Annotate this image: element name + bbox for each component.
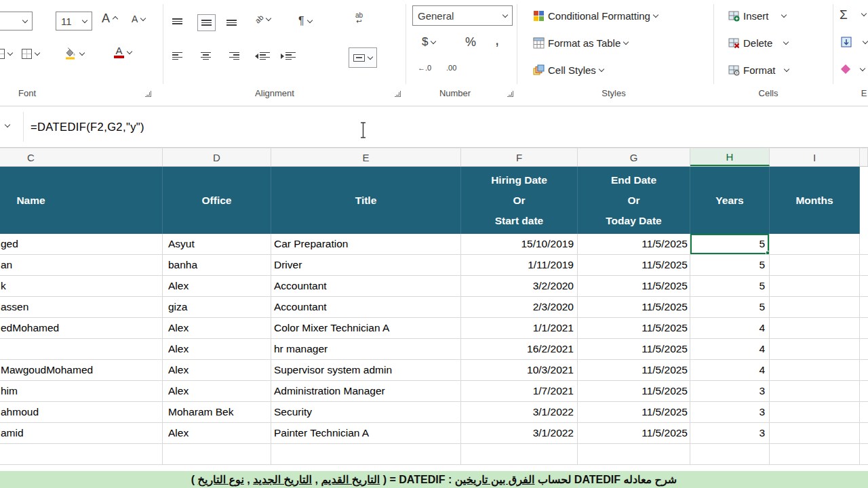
alignment-dialog-launcher[interactable] [395, 91, 401, 97]
cell-E8[interactable]: Supervisor system admin [271, 360, 461, 381]
cell-F12[interactable] [461, 444, 578, 465]
cell-G11[interactable]: 11/5/2025 [578, 423, 690, 444]
cell-H12[interactable] [690, 444, 770, 465]
column-header-H[interactable]: H [690, 148, 770, 166]
cell-F3[interactable]: 1/11/2019 [461, 255, 578, 276]
cell-H6[interactable]: 4 [690, 318, 770, 339]
cell-C9[interactable]: him [0, 381, 163, 402]
cell-D8[interactable]: Alex [163, 360, 271, 381]
cell-styles-button[interactable]: Cell Styles [533, 64, 604, 76]
font-name-combobox[interactable] [0, 12, 33, 30]
font-size-combobox[interactable]: 11 [56, 12, 92, 30]
cell-G9[interactable]: 11/5/2025 [578, 381, 690, 402]
cell-H10[interactable]: 3 [690, 402, 770, 423]
cell-D2[interactable]: Asyut [163, 234, 271, 255]
decrease-font-size-button[interactable]: A [132, 14, 145, 24]
cell-D6[interactable]: Alex [163, 318, 271, 339]
cell-E10[interactable]: Security [271, 402, 461, 423]
borders-button[interactable] [22, 49, 39, 59]
cell-D11[interactable]: Alex [163, 423, 271, 444]
fill-button[interactable] [841, 37, 867, 47]
cell-C5[interactable]: assen [0, 297, 163, 318]
cell-H2[interactable]: 5 [690, 234, 770, 255]
cell-I5[interactable] [770, 297, 860, 318]
percent-style-button[interactable]: % [465, 35, 476, 49]
decrease-decimal-button[interactable]: .00 [446, 64, 456, 72]
font-color-button[interactable]: A [114, 46, 132, 58]
cell-G7[interactable]: 11/5/2025 [578, 339, 690, 360]
header-cell-name[interactable]: Name [0, 167, 163, 234]
cell-D5[interactable]: giza [163, 297, 271, 318]
column-header-F[interactable]: F [461, 148, 578, 166]
bottom-align-button[interactable] [226, 18, 237, 26]
cell-H3[interactable]: 5 [690, 255, 770, 276]
format-as-table-button[interactable]: Format as Table [533, 37, 628, 49]
insert-cells-button[interactable]: Insert [728, 10, 786, 22]
clear-button[interactable] [842, 66, 865, 73]
cell-F11[interactable]: 3/1/2022 [461, 423, 578, 444]
cell-D3[interactable]: banha [163, 255, 271, 276]
cell-C11[interactable]: amid [0, 423, 163, 444]
cell-E5[interactable]: Accountant [271, 297, 461, 318]
header-cell-office[interactable]: Office [163, 167, 271, 234]
cell-D10[interactable]: Moharam Bek [163, 402, 271, 423]
cell-E12[interactable] [271, 444, 461, 465]
align-left-button[interactable] [172, 52, 182, 60]
decrease-indent-button[interactable] [255, 52, 270, 60]
column-header-I[interactable]: I [770, 148, 860, 166]
middle-align-button[interactable] [197, 14, 216, 31]
cell-C10[interactable]: ahmoud [0, 402, 163, 423]
cell-F10[interactable]: 3/1/2022 [461, 402, 578, 423]
cell-E4[interactable]: Accountant [271, 276, 461, 297]
number-format-combobox[interactable]: General [412, 5, 513, 26]
cell-I8[interactable] [770, 360, 860, 381]
cell-G3[interactable]: 11/5/2025 [578, 255, 690, 276]
cell-C6[interactable]: edMohamed [0, 318, 163, 339]
formula-input[interactable]: =DATEDIF(F2,G2,"y") [31, 106, 144, 147]
cell-F4[interactable]: 3/2/2020 [461, 276, 578, 297]
name-box-chevron-icon[interactable] [5, 122, 10, 127]
header-cell-end-date[interactable]: End Date Or Today Date [578, 167, 690, 234]
fill-color-button[interactable] [64, 47, 84, 60]
cell-G5[interactable]: 11/5/2025 [578, 297, 690, 318]
font-dialog-launcher[interactable] [145, 91, 151, 97]
cell-F9[interactable]: 1/7/2021 [461, 381, 578, 402]
cell-I11[interactable] [770, 423, 860, 444]
comma-style-button[interactable]: , [495, 31, 499, 49]
cell-C2[interactable]: ged [0, 234, 163, 255]
top-align-button[interactable] [172, 18, 182, 26]
accounting-format-button[interactable]: $ [422, 35, 435, 49]
cell-I2[interactable] [770, 234, 860, 255]
cell-I12[interactable] [770, 444, 860, 465]
cell-H9[interactable]: 3 [690, 381, 770, 402]
merge-center-button[interactable] [349, 47, 377, 68]
cell-H8[interactable]: 4 [690, 360, 770, 381]
cell-G10[interactable]: 11/5/2025 [578, 402, 690, 423]
cell-I7[interactable] [770, 339, 860, 360]
header-cell-hiring-date[interactable]: Hiring Date Or Start date [461, 167, 578, 234]
increase-decimal-button[interactable]: ←.0 [418, 64, 431, 72]
wrap-text-button[interactable]: ab↩ [355, 12, 363, 24]
column-header-G[interactable]: G [578, 148, 690, 166]
cell-I9[interactable] [770, 381, 860, 402]
cell-H4[interactable]: 5 [690, 276, 770, 297]
increase-indent-button[interactable] [281, 52, 296, 60]
underline-button-partial[interactable] [0, 49, 12, 59]
cell-G4[interactable]: 11/5/2025 [578, 276, 690, 297]
cell-E6[interactable]: Color Mixer Technician A [271, 318, 461, 339]
format-cells-button[interactable]: Format [728, 64, 789, 76]
header-cell-title[interactable]: Title [271, 167, 461, 234]
column-header-C[interactable]: C [0, 148, 163, 166]
cell-G6[interactable]: 11/5/2025 [578, 318, 690, 339]
cell-I4[interactable] [770, 276, 860, 297]
cell-H11[interactable]: 3 [690, 423, 770, 444]
cell-I6[interactable] [770, 318, 860, 339]
align-center-button[interactable] [201, 52, 211, 60]
cell-E9[interactable]: Administration Manager [271, 381, 461, 402]
header-cell-months[interactable]: Months [770, 167, 860, 234]
cell-C4[interactable]: k [0, 276, 163, 297]
delete-cells-button[interactable]: Delete [728, 37, 788, 49]
column-header-E[interactable]: E [271, 148, 461, 166]
cell-G8[interactable]: 11/5/2025 [578, 360, 690, 381]
cell-E3[interactable]: Driver [271, 255, 461, 276]
